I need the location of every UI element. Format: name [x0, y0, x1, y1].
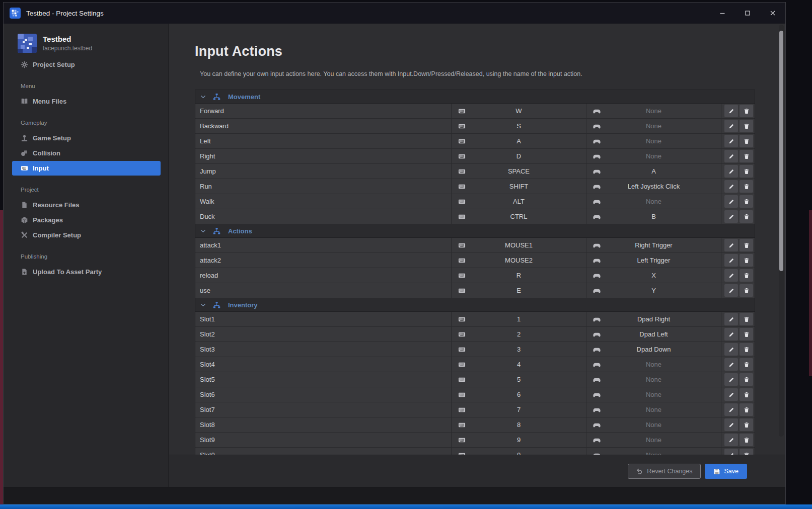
- keyboard-binding-cell[interactable]: S: [452, 119, 586, 133]
- edit-action-button[interactable]: [724, 403, 738, 416]
- keyboard-binding-cell[interactable]: SHIFT: [452, 179, 586, 194]
- delete-action-button[interactable]: [740, 313, 753, 325]
- gamepad-binding-cell[interactable]: Dpad Right: [586, 312, 721, 326]
- keyboard-binding-cell[interactable]: 4: [452, 357, 586, 372]
- delete-action-button[interactable]: [740, 150, 753, 162]
- close-button[interactable]: [760, 3, 785, 24]
- delete-action-button[interactable]: [740, 105, 753, 117]
- gamepad-binding-cell[interactable]: B: [586, 209, 721, 224]
- gamepad-binding-cell[interactable]: X: [586, 268, 721, 283]
- delete-action-button[interactable]: [740, 120, 753, 132]
- edit-action-button[interactable]: [724, 210, 738, 223]
- delete-action-button[interactable]: [740, 358, 753, 371]
- edit-action-button[interactable]: [724, 434, 738, 446]
- keyboard-binding-cell[interactable]: 5: [452, 372, 586, 387]
- keyboard-binding-cell[interactable]: 7: [452, 402, 586, 417]
- maximize-button[interactable]: [735, 3, 760, 24]
- group-header-inventory[interactable]: Inventory: [195, 298, 755, 312]
- keyboard-binding-cell[interactable]: CTRL: [452, 209, 586, 224]
- delete-action-button[interactable]: [740, 449, 753, 455]
- delete-action-button[interactable]: [740, 284, 753, 297]
- edit-action-button[interactable]: [724, 254, 738, 267]
- delete-action-button[interactable]: [740, 388, 753, 401]
- delete-action-button[interactable]: [740, 180, 753, 193]
- delete-action-button[interactable]: [740, 135, 753, 147]
- edit-action-button[interactable]: [724, 388, 738, 401]
- gamepad-binding-cell[interactable]: None: [586, 119, 721, 133]
- gamepad-binding-cell[interactable]: Dpad Left: [586, 327, 721, 342]
- keyboard-binding-cell[interactable]: E: [452, 283, 586, 298]
- sidebar-item-project-setup[interactable]: Project Setup: [12, 57, 161, 72]
- titlebar[interactable]: Testbed - Project Settings: [4, 3, 785, 24]
- gamepad-binding-cell[interactable]: Left Trigger: [586, 253, 721, 268]
- gamepad-binding-cell[interactable]: None: [586, 402, 721, 417]
- edit-action-button[interactable]: [724, 418, 738, 431]
- sidebar-item-input[interactable]: Input: [12, 161, 161, 176]
- keyboard-binding-cell[interactable]: 2: [452, 327, 586, 342]
- save-button[interactable]: Save: [705, 464, 748, 479]
- edit-action-button[interactable]: [724, 135, 738, 147]
- keyboard-binding-cell[interactable]: SPACE: [452, 164, 586, 179]
- gamepad-binding-cell[interactable]: None: [586, 372, 721, 387]
- delete-action-button[interactable]: [740, 254, 753, 267]
- keyboard-binding-cell[interactable]: MOUSE1: [452, 238, 586, 252]
- gamepad-binding-cell[interactable]: None: [586, 417, 721, 432]
- edit-action-button[interactable]: [724, 269, 738, 282]
- sidebar-item-resource-files[interactable]: Resource Files: [12, 198, 161, 212]
- keyboard-binding-cell[interactable]: 0: [452, 448, 586, 455]
- edit-action-button[interactable]: [724, 313, 738, 325]
- delete-action-button[interactable]: [740, 418, 753, 431]
- sidebar-item-compiler-setup[interactable]: Compiler Setup: [12, 228, 161, 242]
- gamepad-binding-cell[interactable]: None: [586, 357, 721, 372]
- keyboard-binding-cell[interactable]: D: [452, 149, 586, 163]
- minimize-button[interactable]: [710, 3, 735, 24]
- gamepad-binding-cell[interactable]: None: [586, 387, 721, 402]
- edit-action-button[interactable]: [724, 180, 738, 193]
- gamepad-binding-cell[interactable]: None: [586, 194, 721, 209]
- delete-action-button[interactable]: [740, 195, 753, 208]
- keyboard-binding-cell[interactable]: R: [452, 268, 586, 283]
- delete-action-button[interactable]: [740, 328, 753, 341]
- keyboard-binding-cell[interactable]: ALT: [452, 194, 586, 209]
- edit-action-button[interactable]: [724, 105, 738, 117]
- keyboard-binding-cell[interactable]: MOUSE2: [452, 253, 586, 268]
- scrollbar[interactable]: [779, 25, 784, 437]
- gamepad-binding-cell[interactable]: Right Trigger: [586, 238, 721, 252]
- edit-action-button[interactable]: [724, 120, 738, 132]
- delete-action-button[interactable]: [740, 373, 753, 386]
- edit-action-button[interactable]: [724, 373, 738, 386]
- delete-action-button[interactable]: [740, 239, 753, 251]
- keyboard-binding-cell[interactable]: 6: [452, 387, 586, 402]
- edit-action-button[interactable]: [724, 358, 738, 371]
- keyboard-binding-cell[interactable]: 9: [452, 433, 586, 447]
- keyboard-binding-cell[interactable]: 8: [452, 417, 586, 432]
- edit-action-button[interactable]: [724, 343, 738, 356]
- gamepad-binding-cell[interactable]: A: [586, 164, 721, 179]
- scrollbar-thumb[interactable]: [779, 31, 783, 271]
- sidebar-item-menu-files[interactable]: Menu Files: [12, 94, 161, 109]
- gamepad-binding-cell[interactable]: None: [586, 448, 721, 455]
- group-header-actions[interactable]: Actions: [195, 224, 755, 238]
- gamepad-binding-cell[interactable]: None: [586, 149, 721, 163]
- delete-action-button[interactable]: [740, 210, 753, 223]
- edit-action-button[interactable]: [724, 449, 738, 455]
- gamepad-binding-cell[interactable]: None: [586, 433, 721, 447]
- gamepad-binding-cell[interactable]: None: [586, 104, 721, 118]
- sidebar-item-collision[interactable]: Collision: [12, 146, 161, 160]
- delete-action-button[interactable]: [740, 269, 753, 282]
- edit-action-button[interactable]: [724, 328, 738, 341]
- delete-action-button[interactable]: [740, 403, 753, 416]
- delete-action-button[interactable]: [740, 434, 753, 446]
- gamepad-binding-cell[interactable]: Y: [586, 283, 721, 298]
- gamepad-binding-cell[interactable]: None: [586, 134, 721, 148]
- sidebar-item-game-setup[interactable]: Game Setup: [12, 131, 161, 145]
- edit-action-button[interactable]: [724, 165, 738, 178]
- group-header-movement[interactable]: Movement: [195, 90, 755, 104]
- edit-action-button[interactable]: [724, 284, 738, 297]
- revert-changes-button[interactable]: Revert Changes: [628, 464, 700, 479]
- delete-action-button[interactable]: [740, 165, 753, 178]
- edit-action-button[interactable]: [724, 150, 738, 162]
- edit-action-button[interactable]: [724, 195, 738, 208]
- keyboard-binding-cell[interactable]: 3: [452, 342, 586, 357]
- edit-action-button[interactable]: [724, 239, 738, 251]
